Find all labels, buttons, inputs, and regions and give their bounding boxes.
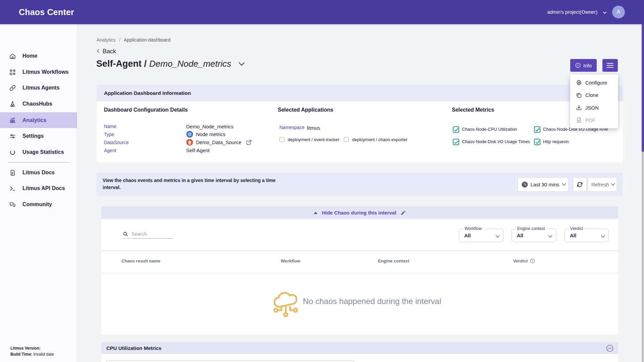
breadcrumb-application-dashboard[interactable]: Application-dashboard [124, 37, 170, 43]
community-icon [9, 201, 16, 208]
sidebar-item-home[interactable]: Home [0, 48, 77, 64]
refresh-now-button[interactable] [573, 177, 587, 192]
sidebar-item-label: Litmus Workflows [22, 69, 69, 75]
name-value: Demo_Node_metrics [186, 123, 233, 130]
cpu-utilization-header: CPU Utilization Metrics [101, 342, 618, 354]
sidebar-item-litmus-docs[interactable]: Litmus Docs [0, 165, 77, 181]
scrollbar-thumb[interactable] [642, 24, 644, 152]
agent-value: Self-Agent [186, 147, 210, 154]
menu-item-pdf[interactable]: PDF [570, 114, 618, 126]
sidebar: Home Litmus Workflows Litmus Agents Chao… [0, 24, 77, 362]
analytics-icon [9, 117, 16, 123]
cpu-panel-select-box[interactable] [106, 360, 355, 362]
verdict-filter-select[interactable]: Verdict All [565, 229, 609, 242]
sidebar-item-litmus-agents[interactable]: Litmus Agents [0, 80, 77, 96]
info-circle-icon[interactable] [530, 258, 535, 263]
document-icon [9, 170, 16, 176]
back-button[interactable]: Back [96, 48, 116, 55]
sidebar-item-analytics[interactable]: Analytics [0, 112, 77, 128]
hamburger-icon [607, 63, 613, 68]
kubernetes-icon [186, 131, 193, 138]
workflow-filter-select[interactable]: Workflow All [459, 229, 503, 242]
build-time-value: Invalid date [33, 352, 54, 357]
section-title-configuration: Dashboard Configuration Details [104, 107, 188, 113]
engine-context-filter-select[interactable]: Engine context All [512, 229, 556, 242]
external-link-icon[interactable] [246, 140, 252, 145]
search-field [123, 231, 173, 239]
sidebar-item-label: Litmus Docs [22, 170, 55, 176]
chevron-down-icon [562, 183, 566, 186]
agent-name: Self-Agent / [96, 59, 147, 69]
version-info: Litmus Version: Build Time: Invalid date [10, 345, 54, 357]
metric-label: Chaos-Node-Disk I/O Usage Times [462, 139, 530, 144]
time-range-select[interactable]: Last 30 mins [518, 177, 569, 192]
engine-context-filter-legend: Engine context [516, 226, 547, 231]
sidebar-item-community[interactable]: Community [0, 197, 77, 213]
collapse-minus-icon[interactable] [606, 345, 613, 352]
sidebar-item-label: Community [22, 201, 52, 207]
checkbox-event-tracker[interactable] [279, 137, 284, 142]
title-chevron-down-icon[interactable] [238, 62, 245, 66]
more-options-button[interactable] [602, 59, 618, 72]
search-input[interactable] [131, 231, 168, 237]
dashboard-title: Self-Agent / Demo_Node_metrics [96, 59, 245, 69]
workflow-filter-legend: Workflow [463, 226, 483, 231]
breadcrumb: Analytics / Application-dashboard [97, 37, 170, 43]
checkbox-chaos-exporter[interactable] [344, 137, 349, 142]
section-title-metrics: Selected Metrics [452, 107, 494, 113]
clock-icon [522, 181, 528, 188]
namespace-label: Namespace [279, 125, 305, 130]
sidebar-item-label: Analytics [22, 117, 46, 123]
prometheus-icon [186, 139, 193, 146]
menu-item-label: JSON [585, 105, 599, 111]
chevron-down-icon [548, 233, 552, 239]
datasource-value: Demo_Data_Source [186, 139, 252, 146]
checkbox-disk-io-times[interactable] [453, 139, 459, 145]
sidebar-item-label: Usage Statistics [22, 149, 64, 155]
agent-label: Agent [104, 148, 116, 153]
column-header-engine-context: Engine context [378, 258, 409, 263]
pencil-icon[interactable] [400, 210, 406, 216]
sidebar-item-chaoshubs[interactable]: ChaosHubs [0, 96, 77, 112]
sidebar-item-label: ChaosHubs [22, 101, 52, 107]
checkbox-http-requests[interactable] [534, 139, 540, 145]
menu-item-configure[interactable]: Configure [570, 76, 618, 89]
table-top-border [101, 250, 618, 251]
menu-item-label: Clone [585, 92, 598, 98]
checkbox-cpu-utilization[interactable] [453, 126, 459, 133]
column-header-verdict: Verdict [513, 258, 535, 263]
menu-item-json[interactable]: JSON [570, 102, 618, 114]
workflow-filter-value: All [464, 233, 471, 238]
clone-icon [576, 92, 582, 98]
menu-item-clone[interactable]: Clone [570, 89, 618, 101]
checkbox-disk-io-rw[interactable] [534, 126, 540, 133]
refresh-interval-select[interactable]: Refresh [588, 177, 617, 192]
project-chevron-down-icon[interactable] [603, 10, 607, 14]
sidebar-item-label: Litmus API Docs [22, 185, 65, 191]
document-icon [576, 117, 582, 123]
empty-state-message: No chaos happened during the interval [303, 297, 441, 306]
name-label: Name [104, 124, 116, 129]
sidebar-item-litmus-workflows[interactable]: Litmus Workflows [0, 64, 77, 80]
sidebar-item-usage-statistics[interactable]: Usage Statistics [0, 144, 77, 160]
hide-chaos-toggle[interactable]: Hide Chaos during this interval [101, 206, 618, 219]
verdict-filter-value: All [570, 233, 576, 238]
back-label: Back [103, 48, 116, 55]
breadcrumb-analytics[interactable]: Analytics [97, 37, 115, 43]
column-header-workflow: Workflow [281, 258, 300, 263]
sidebar-item-litmus-api-docs[interactable]: Litmus API Docs [0, 181, 77, 196]
workflows-icon [9, 69, 16, 75]
info-button[interactable]: Info [570, 59, 597, 72]
chaos-results-panel: Workflow All Engine context All Verdict … [101, 219, 618, 334]
refresh-value: Refresh [591, 182, 609, 187]
cpu-utilization-panel [101, 354, 618, 362]
info-icon [575, 63, 581, 68]
checkbox-label: deployment / event-tracker [288, 137, 339, 142]
sidebar-item-settings[interactable]: Settings [0, 128, 77, 144]
time-range-value: Last 30 mins [531, 182, 559, 187]
usage-statistics-icon [9, 149, 16, 156]
cloud-network-icon [273, 290, 299, 317]
project-selector-label[interactable]: admin's project(Owner) [547, 9, 597, 15]
interval-description: View the chaos events and metrics in a g… [103, 177, 289, 191]
avatar[interactable]: A [612, 6, 625, 18]
